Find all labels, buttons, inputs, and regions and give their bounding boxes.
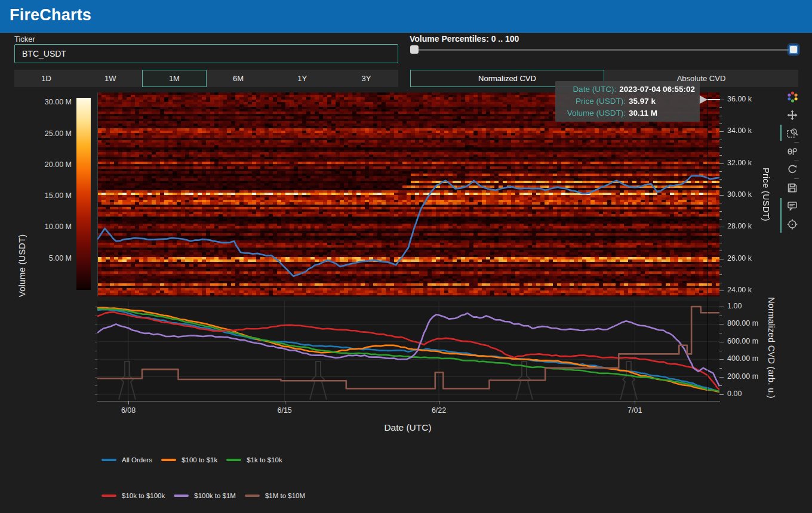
colorbar-axis-title: Volume (USDT): [17, 231, 27, 297]
app-title: FireCharts: [0, 0, 812, 24]
compare-data-icon[interactable]: [783, 143, 801, 160]
x-axis-line: [97, 401, 720, 401]
price-line: [97, 175, 719, 276]
slider-track[interactable]: [413, 49, 793, 51]
cursor-y-marker-icon: [699, 95, 708, 104]
cvd-axis-tick: [719, 394, 724, 395]
legend-label: $1k to $10k: [247, 456, 282, 463]
cvd-axis-tick-left: [95, 316, 97, 316]
legend-item--10k-to-100k[interactable]: $10k to $100k: [102, 492, 165, 500]
app-header: FireCharts: [0, 0, 812, 33]
price-axis-tick: [719, 107, 722, 108]
slider-handle-min[interactable]: [410, 45, 419, 54]
colorbar-tick-label: 15.00 M: [17, 191, 72, 200]
price-axis-tick: [719, 100, 724, 100]
legend-label: $100k to $1M: [194, 492, 236, 499]
cvd-axis-tick-left: [95, 394, 97, 395]
modebar-separator: [794, 178, 799, 179]
cvd-axis-tick-left: [95, 377, 97, 378]
box-zoom-icon[interactable]: [783, 124, 801, 142]
legend-item--1m-to-10m[interactable]: $1M to $10M: [245, 492, 305, 500]
pan-icon[interactable]: [783, 106, 801, 124]
modebar-separator: [794, 142, 799, 143]
cvd-axis-tick-left: [95, 333, 97, 333]
legend-item--100-to-1k[interactable]: $100 to $1k: [161, 456, 217, 464]
timeframe-button-3y[interactable]: 3Y: [334, 70, 398, 87]
cvd-axis-tick-left: [95, 307, 97, 307]
cvd-axis-tick: [719, 307, 724, 307]
x-axis-tick-label: 6/22: [424, 406, 454, 415]
chart-legend: All Orders$100 to $1k$1k to $10k$10k to …: [102, 456, 314, 513]
tooltip-row: Volume (USDT):30.11 M: [560, 107, 695, 119]
legend-swatch: [245, 495, 260, 497]
cvd-chart[interactable]: [97, 301, 719, 401]
save-image-icon[interactable]: [783, 179, 801, 197]
colorbar-tick-label: 10.00 M: [17, 222, 72, 231]
price-axis-tick: [719, 171, 722, 172]
legend-item--100k-to-1m[interactable]: $100k to $1M: [174, 492, 236, 500]
cvd-axis-tick: [719, 316, 722, 316]
cvd-axis-tick-label: 400.00 m: [727, 354, 758, 363]
legend-label: $10k to $100k: [122, 492, 165, 499]
price-axis-tick: [719, 219, 722, 220]
crosshair-line: [708, 92, 708, 401]
tooltip-label: Date (UTC):: [560, 84, 616, 95]
legend-label: $1M to $10M: [265, 492, 305, 499]
x-axis-tick-label: 6/08: [113, 406, 143, 415]
timeframe-button-1w[interactable]: 1W: [78, 70, 142, 87]
tooltip-row: Price (USDT):35.97 k: [560, 95, 695, 107]
volume-percentiles-slider[interactable]: [410, 44, 798, 55]
spikeline-icon[interactable]: [783, 215, 801, 233]
watermark-glyph: [119, 361, 136, 400]
timeframe-button-6m[interactable]: 6M: [207, 70, 270, 87]
cvd-axis-tick-left: [95, 342, 97, 342]
cvd-axis-tick-label: 800.00 m: [727, 319, 758, 327]
price-axis-tick: [719, 116, 722, 116]
cvd-axis-tick: [719, 385, 722, 386]
price-axis-tick: [719, 163, 724, 164]
hover-label-icon[interactable]: [783, 197, 801, 215]
price-axis-tick-label: 30.00 k: [727, 190, 752, 199]
price-line-chart[interactable]: [97, 92, 719, 296]
plotly-logo-icon[interactable]: [783, 88, 801, 106]
cvd-axis-tick-label: 200.00 m: [727, 372, 758, 381]
colorbar-tick-label: 20.00 M: [17, 160, 72, 169]
cursor-y-dash: [708, 99, 720, 100]
colorbar-tick-label: 30.00 M: [17, 98, 72, 106]
x-axis-title: Date (UTC): [333, 422, 482, 433]
hover-tooltip: Date (UTC):2023-07-04 06:55:02Price (USD…: [555, 81, 700, 122]
tooltip-label: Volume (USDT):: [560, 107, 626, 119]
ticker-input[interactable]: [14, 44, 398, 63]
cvd-axis-tick-left: [95, 385, 97, 386]
timeframe-button-1m[interactable]: 1M: [142, 70, 206, 87]
x-axis-tick: [285, 401, 285, 404]
modebar-active-indicator: [780, 125, 782, 141]
price-axis-tick: [719, 235, 722, 236]
legend-swatch: [102, 495, 116, 497]
legend-label: $100 to $1k: [182, 456, 217, 463]
price-axis-tick: [719, 227, 724, 227]
timeframe-button-group: 1D1W1M6M1Y3Y: [14, 70, 398, 87]
modebar: [782, 88, 802, 233]
legend-item--1k-to-10k[interactable]: $1k to $10k: [226, 456, 282, 464]
legend-item-all-orders[interactable]: All Orders: [102, 456, 152, 464]
cvd-axis-tick-label: 1.00: [727, 302, 742, 310]
cvd-axis-tick-label: 0.00: [727, 390, 742, 398]
tooltip-label: Price (USDT):: [560, 95, 626, 107]
timeframe-button-1d[interactable]: 1D: [14, 70, 78, 87]
reset-axes-icon[interactable]: [783, 160, 801, 178]
cvd-axis-tick: [719, 368, 722, 369]
price-axis-tick: [719, 131, 724, 132]
price-axis-tick: [719, 203, 722, 203]
cvd-axis-tick-left: [95, 359, 97, 360]
price-axis-tick: [719, 187, 722, 188]
price-axis-tick: [719, 274, 722, 275]
price-axis-tick-label: 36.00 k: [727, 95, 752, 103]
price-axis-tick-label: 28.00 k: [727, 222, 752, 230]
slider-handle-max[interactable]: [789, 45, 798, 54]
cvd-axis-tick: [719, 377, 724, 378]
modebar-separator: [794, 160, 799, 160]
timeframe-button-1y[interactable]: 1Y: [270, 70, 334, 87]
price-axis-title: Price (USDT): [761, 168, 771, 233]
price-axis-tick: [719, 291, 724, 291]
